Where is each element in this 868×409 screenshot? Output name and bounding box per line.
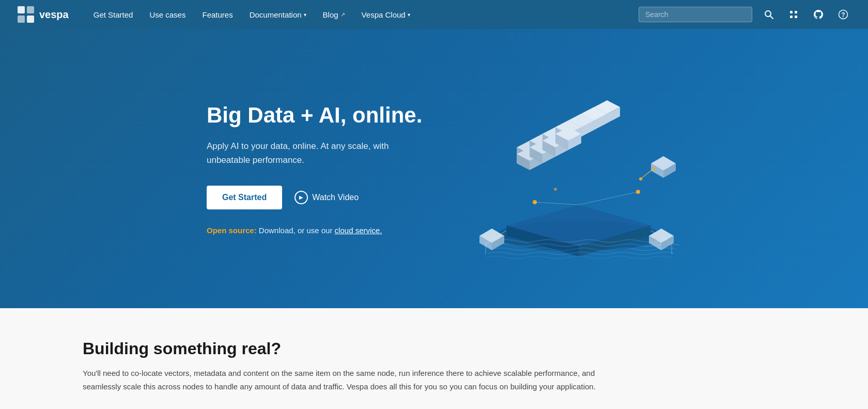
cloud-service-link[interactable]: cloud service. [335, 226, 382, 235]
svg-rect-1 [27, 6, 34, 13]
github-button[interactable] [810, 6, 827, 23]
vespa-logo-icon [17, 5, 35, 24]
hero-subtitle: Apply AI to your data, online. At any sc… [207, 139, 403, 167]
slack-icon [788, 9, 799, 20]
hero-buttons: Get Started ▶ Watch Video [207, 186, 455, 209]
nav-documentation[interactable]: Documentation ▾ [250, 10, 306, 19]
nav-links: Get Started Use cases Features Documenta… [94, 10, 639, 19]
svg-line-23 [535, 202, 579, 205]
svg-text:?: ? [841, 11, 845, 19]
svg-point-22 [554, 188, 557, 191]
svg-rect-9 [795, 16, 797, 18]
nav-features[interactable]: Features [202, 10, 233, 19]
nav-search-area: ? [639, 6, 851, 23]
svg-line-24 [579, 192, 638, 205]
slack-button[interactable] [785, 6, 802, 23]
svg-rect-8 [790, 16, 793, 18]
hero-opensource: Open source: Download, or use our cloud … [207, 226, 455, 235]
chevron-down-icon: ▾ [304, 12, 306, 18]
hero-section: Big Data + AI, online. Apply AI to your … [0, 29, 868, 308]
brand-name: vespa [39, 9, 69, 21]
help-icon: ? [838, 9, 848, 20]
nav-get-started[interactable]: Get Started [94, 10, 133, 19]
isometric-cube-illustration [455, 60, 703, 277]
nav-vespa-cloud[interactable]: Vespa Cloud ▾ [362, 10, 410, 19]
svg-rect-2 [18, 16, 25, 23]
hero-illustration [455, 60, 703, 277]
svg-rect-3 [27, 16, 34, 23]
chevron-down-icon-2: ▾ [408, 12, 410, 18]
building-section: Building something real? You'll need to … [0, 308, 868, 409]
building-body: You'll need to co-locate vectors, metada… [83, 367, 599, 393]
get-started-button[interactable]: Get Started [207, 186, 282, 209]
svg-rect-7 [795, 11, 797, 13]
svg-line-5 [770, 16, 773, 19]
hero-text: Big Data + AI, online. Apply AI to your … [207, 102, 455, 235]
svg-rect-6 [790, 11, 793, 13]
opensource-link[interactable]: Open source: [207, 226, 257, 235]
search-button[interactable] [761, 6, 777, 23]
external-link-icon: ↗ [340, 11, 345, 18]
svg-line-17 [641, 169, 654, 179]
help-button[interactable]: ? [835, 6, 851, 23]
search-input[interactable] [639, 7, 752, 22]
nav-blog[interactable]: Blog ↗ [323, 10, 345, 19]
building-title: Building something real? [83, 339, 785, 358]
play-icon: ▶ [295, 191, 308, 204]
svg-point-19 [652, 167, 655, 170]
github-icon [813, 9, 824, 20]
search-icon [764, 9, 774, 20]
svg-rect-0 [18, 6, 25, 13]
svg-point-18 [639, 177, 642, 180]
nav-use-cases[interactable]: Use cases [149, 10, 185, 19]
hero-title: Big Data + AI, online. [207, 102, 455, 128]
opensource-text: Download, or use our [259, 226, 335, 235]
watch-video-label: Watch Video [312, 193, 359, 202]
watch-video-button[interactable]: ▶ Watch Video [295, 191, 359, 204]
logo-link[interactable]: vespa [17, 5, 69, 24]
hero-content: Big Data + AI, online. Apply AI to your … [124, 60, 744, 277]
navbar: vespa Get Started Use cases Features Doc… [0, 0, 868, 29]
